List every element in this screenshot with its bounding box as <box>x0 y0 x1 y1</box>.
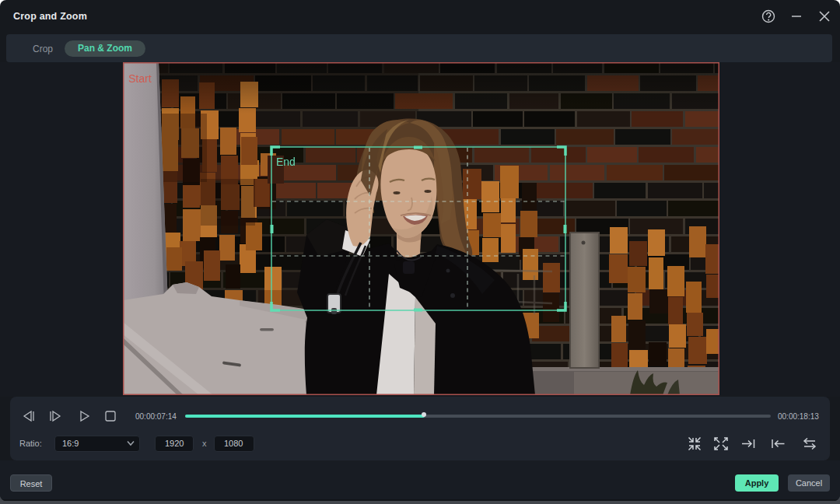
svg-text:Start: Start <box>128 72 152 85</box>
svg-text:End: End <box>276 156 296 168</box>
